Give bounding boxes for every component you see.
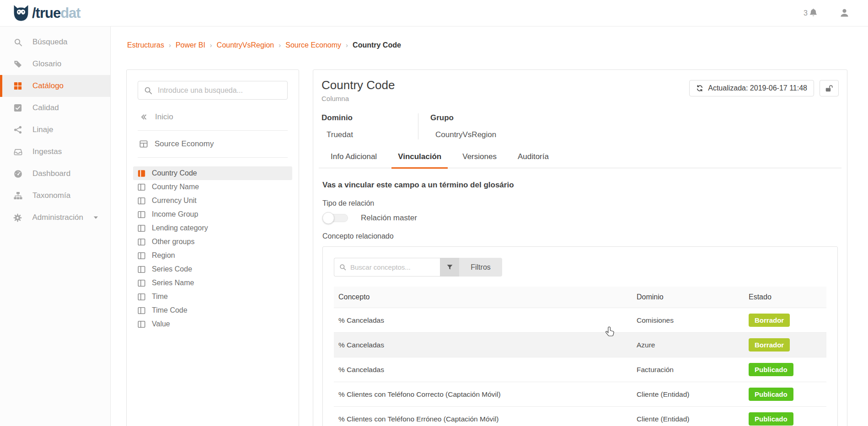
table-icon bbox=[139, 140, 148, 148]
breadcrumb: Estructuras›Power BI›CountryVsRegion›Sou… bbox=[127, 41, 401, 49]
column-label: Income Group bbox=[152, 210, 198, 218]
structure-column-item-time-code[interactable]: Time Code bbox=[133, 304, 292, 317]
content-area: Estructuras›Power BI›CountryVsRegion›Sou… bbox=[111, 27, 868, 426]
parent-structure-item[interactable]: Source Economy bbox=[138, 139, 288, 149]
structure-column-item-country-name[interactable]: Country Name bbox=[133, 180, 292, 194]
search-icon bbox=[144, 86, 152, 95]
table-row[interactable]: % Canceladas Azure Borrador bbox=[334, 332, 826, 357]
chevron-down-icon bbox=[93, 216, 98, 219]
column-icon bbox=[138, 307, 145, 314]
breadcrumb-link[interactable]: Source Economy bbox=[285, 41, 341, 49]
structure-column-item-value[interactable]: Value bbox=[133, 317, 292, 331]
notifications-button[interactable]: 3 bbox=[804, 8, 818, 18]
column-icon bbox=[138, 238, 145, 246]
column-label: Time bbox=[152, 293, 168, 301]
metadata-row: Dominio Truedat Grupo CountryVsRegion bbox=[319, 113, 841, 139]
parent-structure-label: Source Economy bbox=[155, 139, 214, 149]
column-label: Region bbox=[152, 251, 175, 260]
breadcrumb-separator: › bbox=[274, 41, 285, 49]
table-header-row: ConceptoDominioEstado bbox=[334, 287, 826, 308]
meta-grupo: Grupo CountryVsRegion bbox=[418, 113, 510, 139]
sidebar-item-label: Taxonomía bbox=[32, 191, 70, 200]
status-badge[interactable]: Borrador bbox=[749, 338, 790, 351]
status-badge[interactable]: Publicado bbox=[749, 363, 793, 376]
double-chevron-left-icon bbox=[139, 113, 148, 121]
breadcrumb-separator: › bbox=[205, 41, 217, 49]
status-badge[interactable]: Borrador bbox=[749, 314, 790, 327]
relation-master-toggle[interactable] bbox=[322, 214, 348, 222]
structure-search-input[interactable] bbox=[158, 86, 281, 95]
table-row[interactable]: % Canceladas Comisiones Borrador bbox=[334, 308, 826, 332]
structure-detail-card: Country Code Columna Actualizada: 2019-0… bbox=[313, 69, 847, 426]
status-badge[interactable]: Publicado bbox=[749, 388, 793, 401]
sidebar-item-label: Glosario bbox=[32, 59, 61, 69]
tab-vinculacion[interactable]: Vinculación bbox=[391, 149, 448, 169]
cell-estado: Publicado bbox=[744, 388, 826, 401]
structure-column-item-series-name[interactable]: Series Name bbox=[133, 276, 292, 290]
structure-column-item-series-code[interactable]: Series Code bbox=[133, 262, 292, 276]
concept-search-input[interactable] bbox=[350, 263, 435, 271]
owl-icon bbox=[12, 5, 30, 21]
check-square-icon bbox=[13, 103, 22, 112]
sidebar-item-linaje[interactable]: Linaje bbox=[0, 119, 110, 141]
tags-icon bbox=[13, 59, 22, 69]
back-to-home[interactable]: Inicio bbox=[138, 112, 288, 122]
structure-column-item-region[interactable]: Region bbox=[133, 249, 292, 262]
structure-column-item-time[interactable]: Time bbox=[133, 290, 292, 304]
cell-concepto: % Canceladas bbox=[334, 316, 632, 325]
tab-versiones[interactable]: Versiones bbox=[456, 149, 503, 168]
share-icon bbox=[13, 125, 22, 134]
column-label: Other groups bbox=[152, 238, 194, 246]
cell-dominio: Cliente (Entidad) bbox=[632, 415, 744, 423]
truedat-logo[interactable]: /truedat bbox=[12, 5, 80, 21]
breadcrumb-link[interactable]: CountryVsRegion bbox=[217, 41, 274, 49]
sidebar-item-taxonomia[interactable]: Taxonomía bbox=[0, 185, 110, 207]
page-title: Country Code bbox=[321, 78, 395, 92]
funnel-icon bbox=[446, 264, 453, 271]
gear-icon bbox=[13, 213, 22, 222]
structure-column-item-income-group[interactable]: Income Group bbox=[133, 208, 292, 221]
lock-toggle-button[interactable] bbox=[820, 80, 839, 96]
column-label: Lending category bbox=[152, 224, 208, 232]
structure-column-item-country-code[interactable]: Country Code bbox=[133, 166, 292, 180]
sidebar-item-glosario[interactable]: Glosario bbox=[0, 53, 110, 75]
tab-auditoria[interactable]: Auditoría bbox=[511, 149, 555, 168]
link-section: Vas a vincular este campo a un término d… bbox=[319, 181, 841, 426]
sidebar-item-dashboard[interactable]: Dashboard bbox=[0, 163, 110, 185]
divider bbox=[138, 157, 288, 158]
sidebar-item-label: Catálogo bbox=[32, 81, 64, 91]
structure-column-item-other-groups[interactable]: Other groups bbox=[133, 235, 292, 249]
sidebar-item-ingestas[interactable]: Ingestas bbox=[0, 141, 110, 163]
sidebar-item-calidad[interactable]: Calidad bbox=[0, 97, 110, 119]
status-badge[interactable]: Publicado bbox=[749, 412, 793, 426]
structure-column-item-lending-category[interactable]: Lending category bbox=[133, 221, 292, 235]
updated-at-button[interactable]: Actualizada: 2019-06-17 11:48 bbox=[689, 80, 814, 96]
column-icon bbox=[138, 279, 145, 287]
sidebar-item-administracion[interactable]: Administración bbox=[0, 207, 110, 229]
column-label: Currency Unit bbox=[152, 197, 197, 205]
filters-button[interactable]: Filtros bbox=[459, 258, 502, 277]
breadcrumb-current: Country Code bbox=[353, 41, 401, 49]
column-icon bbox=[138, 266, 145, 273]
table-row[interactable]: % Canceladas Facturación Publicado bbox=[334, 357, 826, 382]
sidebar-item-catalogo[interactable]: Catálogo bbox=[0, 75, 110, 97]
cell-concepto: % Canceladas bbox=[334, 341, 632, 349]
column-label: Series Name bbox=[152, 279, 194, 287]
sidebar-item-busqueda[interactable]: Búsqueda bbox=[0, 31, 110, 53]
user-menu-button[interactable] bbox=[839, 8, 850, 18]
tab-info-adicional[interactable]: Info Adicional bbox=[324, 149, 383, 168]
gauge-icon bbox=[13, 169, 22, 178]
notification-count: 3 bbox=[804, 9, 808, 17]
column-label: Country Name bbox=[152, 183, 199, 191]
column-icon bbox=[138, 183, 145, 191]
breadcrumb-link[interactable]: Power BI bbox=[176, 41, 205, 49]
sidebar-item-label: Calidad bbox=[32, 103, 59, 112]
filter-funnel-button[interactable] bbox=[440, 258, 459, 277]
column-label: Series Code bbox=[152, 265, 192, 273]
breadcrumb-link[interactable]: Estructuras bbox=[127, 41, 164, 49]
table-row[interactable]: % Clientes con Teléfono Erróneo (Captaci… bbox=[334, 406, 826, 426]
meta-value: Truedat bbox=[321, 130, 404, 139]
structure-column-item-currency-unit[interactable]: Currency Unit bbox=[133, 194, 292, 208]
table-row[interactable]: % Clientes con Teléfono Correcto (Captac… bbox=[334, 382, 826, 406]
sitemap-icon bbox=[13, 191, 22, 200]
